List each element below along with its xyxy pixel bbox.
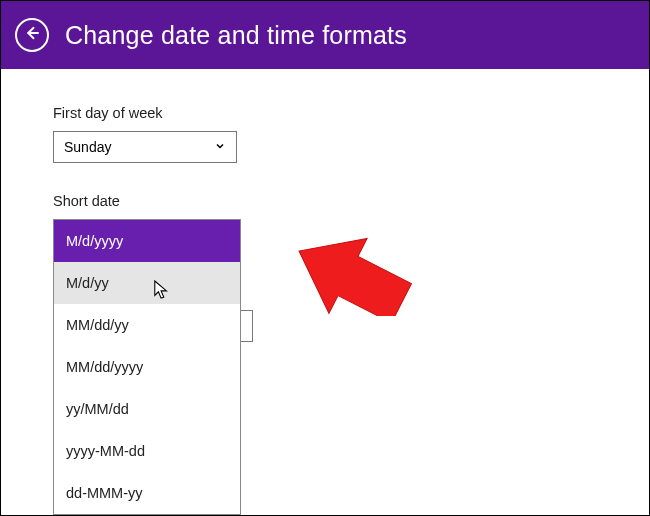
short-date-option[interactable]: MM/dd/yy <box>54 304 240 346</box>
back-arrow-icon <box>23 24 41 46</box>
settings-pane: Change date and time formats First day o… <box>0 0 650 516</box>
back-button[interactable] <box>15 18 49 52</box>
short-date-dropdown[interactable]: M/d/yyyyM/d/yyMM/dd/yyMM/dd/yyyyyy/MM/dd… <box>53 219 241 515</box>
short-date-option[interactable]: yy/MM/dd <box>54 388 240 430</box>
content-area: First day of week Sunday Short date M/d/… <box>1 69 649 255</box>
page-title: Change date and time formats <box>65 21 407 50</box>
first-day-label: First day of week <box>53 105 597 121</box>
short-date-option[interactable]: M/d/yyyy <box>54 220 240 262</box>
short-date-option[interactable]: yyyy-MM-dd <box>54 430 240 472</box>
short-date-option[interactable]: M/d/yy <box>54 262 240 304</box>
first-day-combobox[interactable]: Sunday <box>53 131 237 163</box>
short-date-label: Short date <box>53 193 597 209</box>
short-date-option[interactable]: dd-MMM-yy <box>54 472 240 514</box>
chevron-down-icon <box>214 140 226 155</box>
short-date-option[interactable]: MM/dd/yyyy <box>54 346 240 388</box>
first-day-value: Sunday <box>64 139 111 155</box>
header-bar: Change date and time formats <box>1 1 649 69</box>
